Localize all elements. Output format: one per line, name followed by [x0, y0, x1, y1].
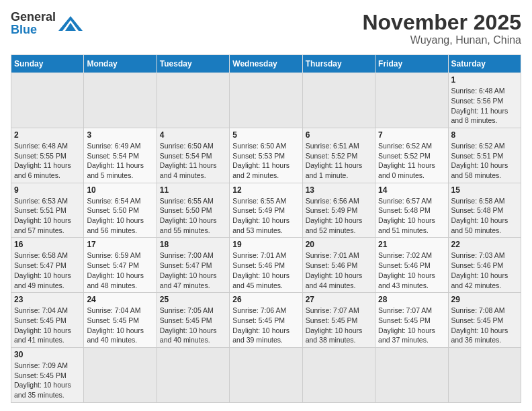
calendar-cell: 3Sunrise: 6:49 AM Sunset: 5:54 PM Daylig…	[84, 128, 157, 183]
logo: General Blue	[11, 11, 83, 36]
calendar-cell: 5Sunrise: 6:50 AM Sunset: 5:53 PM Daylig…	[230, 128, 302, 183]
calendar-header: SundayMondayTuesdayWednesdayThursdayFrid…	[11, 55, 521, 73]
day-info: Sunrise: 6:59 AM Sunset: 5:47 PM Dayligh…	[87, 250, 153, 290]
day-info: Sunrise: 6:52 AM Sunset: 5:52 PM Dayligh…	[378, 141, 445, 181]
weekday-header-friday: Friday	[375, 55, 448, 73]
calendar-week-1: 2Sunrise: 6:48 AM Sunset: 5:55 PM Daylig…	[11, 128, 521, 183]
day-number: 7	[378, 130, 445, 140]
day-number: 12	[232, 185, 299, 195]
day-number: 13	[306, 185, 372, 195]
calendar-cell: 14Sunrise: 6:57 AM Sunset: 5:48 PM Dayli…	[375, 183, 448, 238]
day-info: Sunrise: 6:58 AM Sunset: 5:48 PM Dayligh…	[451, 196, 518, 236]
calendar-cell	[302, 347, 375, 402]
day-number: 19	[232, 240, 299, 249]
weekday-header-thursday: Thursday	[302, 55, 375, 73]
day-info: Sunrise: 6:49 AM Sunset: 5:54 PM Dayligh…	[87, 141, 153, 181]
weekday-header-tuesday: Tuesday	[157, 55, 229, 73]
logo-general-text: General	[11, 10, 56, 24]
day-number: 27	[306, 295, 372, 304]
day-info: Sunrise: 7:04 AM Sunset: 5:45 PM Dayligh…	[87, 306, 153, 345]
day-number: 1	[451, 75, 518, 85]
calendar-cell: 19Sunrise: 7:01 AM Sunset: 5:46 PM Dayli…	[230, 238, 302, 293]
day-number: 2	[14, 130, 81, 140]
day-info: Sunrise: 7:08 AM Sunset: 5:45 PM Dayligh…	[451, 306, 518, 345]
day-info: Sunrise: 6:52 AM Sunset: 5:51 PM Dayligh…	[451, 141, 518, 181]
calendar-cell	[302, 73, 375, 128]
calendar-cell: 26Sunrise: 7:06 AM Sunset: 5:45 PM Dayli…	[230, 293, 302, 348]
calendar-cell: 23Sunrise: 7:04 AM Sunset: 5:45 PM Dayli…	[11, 293, 84, 348]
calendar-cell: 2Sunrise: 6:48 AM Sunset: 5:55 PM Daylig…	[11, 128, 84, 183]
calendar-cell	[375, 347, 448, 402]
day-number: 3	[87, 130, 153, 140]
day-number: 8	[451, 130, 518, 140]
calendar-cell: 22Sunrise: 7:03 AM Sunset: 5:46 PM Dayli…	[448, 238, 521, 293]
day-info: Sunrise: 7:09 AM Sunset: 5:45 PM Dayligh…	[14, 361, 81, 400]
calendar-cell: 24Sunrise: 7:04 AM Sunset: 5:45 PM Dayli…	[84, 293, 157, 348]
calendar-cell: 4Sunrise: 6:50 AM Sunset: 5:54 PM Daylig…	[157, 128, 229, 183]
month-title: November 2025	[362, 11, 521, 34]
calendar-cell: 30Sunrise: 7:09 AM Sunset: 5:45 PM Dayli…	[11, 347, 84, 402]
day-number: 24	[87, 295, 153, 304]
calendar-cell: 10Sunrise: 6:54 AM Sunset: 5:50 PM Dayli…	[84, 183, 157, 238]
day-info: Sunrise: 6:57 AM Sunset: 5:48 PM Dayligh…	[378, 196, 445, 236]
calendar-table: SundayMondayTuesdayWednesdayThursdayFrid…	[11, 54, 521, 403]
weekday-header-monday: Monday	[84, 55, 157, 73]
day-info: Sunrise: 6:56 AM Sunset: 5:49 PM Dayligh…	[306, 196, 372, 236]
calendar-cell	[230, 73, 302, 128]
calendar-cell	[375, 73, 448, 128]
calendar-cell: 1Sunrise: 6:48 AM Sunset: 5:56 PM Daylig…	[448, 73, 521, 128]
calendar-cell: 25Sunrise: 7:05 AM Sunset: 5:45 PM Dayli…	[157, 293, 229, 348]
weekday-header-sunday: Sunday	[11, 55, 84, 73]
day-info: Sunrise: 6:48 AM Sunset: 5:56 PM Dayligh…	[451, 86, 518, 126]
weekday-header-saturday: Saturday	[448, 55, 521, 73]
day-number: 5	[232, 130, 299, 140]
day-info: Sunrise: 6:54 AM Sunset: 5:50 PM Dayligh…	[87, 196, 153, 236]
calendar-cell: 28Sunrise: 7:07 AM Sunset: 5:45 PM Dayli…	[375, 293, 448, 348]
calendar-cell	[157, 347, 229, 402]
day-number: 15	[451, 185, 518, 195]
day-info: Sunrise: 6:58 AM Sunset: 5:47 PM Dayligh…	[14, 250, 81, 290]
day-info: Sunrise: 7:00 AM Sunset: 5:47 PM Dayligh…	[160, 250, 226, 290]
weekday-header-row: SundayMondayTuesdayWednesdayThursdayFrid…	[11, 55, 521, 73]
calendar-cell: 29Sunrise: 7:08 AM Sunset: 5:45 PM Dayli…	[448, 293, 521, 348]
day-info: Sunrise: 6:55 AM Sunset: 5:50 PM Dayligh…	[160, 196, 226, 236]
day-info: Sunrise: 6:53 AM Sunset: 5:51 PM Dayligh…	[14, 196, 81, 236]
title-block: November 2025 Wuyang, Hunan, China	[362, 11, 521, 46]
day-number: 16	[14, 240, 81, 249]
day-number: 26	[232, 295, 299, 304]
day-number: 28	[378, 295, 445, 304]
day-info: Sunrise: 6:48 AM Sunset: 5:55 PM Dayligh…	[14, 141, 81, 181]
calendar-cell: 15Sunrise: 6:58 AM Sunset: 5:48 PM Dayli…	[448, 183, 521, 238]
calendar-cell: 18Sunrise: 7:00 AM Sunset: 5:47 PM Dayli…	[157, 238, 229, 293]
day-info: Sunrise: 6:50 AM Sunset: 5:54 PM Dayligh…	[160, 141, 226, 181]
calendar-cell: 21Sunrise: 7:02 AM Sunset: 5:46 PM Dayli…	[375, 238, 448, 293]
calendar-cell: 11Sunrise: 6:55 AM Sunset: 5:50 PM Dayli…	[157, 183, 229, 238]
day-info: Sunrise: 7:07 AM Sunset: 5:45 PM Dayligh…	[306, 306, 372, 345]
day-number: 25	[160, 295, 226, 304]
day-number: 14	[378, 185, 445, 195]
calendar-cell: 27Sunrise: 7:07 AM Sunset: 5:45 PM Dayli…	[302, 293, 375, 348]
day-number: 11	[160, 185, 226, 195]
calendar-week-4: 23Sunrise: 7:04 AM Sunset: 5:45 PM Dayli…	[11, 293, 521, 348]
day-number: 29	[451, 295, 518, 304]
day-number: 22	[451, 240, 518, 249]
calendar-cell	[157, 73, 229, 128]
page-header: General Blue November 2025 Wuyang, Hunan…	[11, 11, 521, 46]
day-info: Sunrise: 7:05 AM Sunset: 5:45 PM Dayligh…	[160, 306, 226, 345]
calendar-cell: 13Sunrise: 6:56 AM Sunset: 5:49 PM Dayli…	[302, 183, 375, 238]
day-info: Sunrise: 7:01 AM Sunset: 5:46 PM Dayligh…	[306, 250, 372, 290]
day-info: Sunrise: 7:03 AM Sunset: 5:46 PM Dayligh…	[451, 250, 518, 290]
location-title: Wuyang, Hunan, China	[362, 34, 521, 46]
calendar-cell	[11, 73, 84, 128]
calendar-cell: 8Sunrise: 6:52 AM Sunset: 5:51 PM Daylig…	[448, 128, 521, 183]
calendar-cell	[230, 347, 302, 402]
logo-blue-text: Blue	[11, 23, 37, 36]
day-info: Sunrise: 7:07 AM Sunset: 5:45 PM Dayligh…	[378, 306, 445, 345]
weekday-header-wednesday: Wednesday	[230, 55, 302, 73]
day-info: Sunrise: 6:55 AM Sunset: 5:49 PM Dayligh…	[232, 196, 299, 236]
calendar-cell: 6Sunrise: 6:51 AM Sunset: 5:52 PM Daylig…	[302, 128, 375, 183]
calendar-body: 1Sunrise: 6:48 AM Sunset: 5:56 PM Daylig…	[11, 73, 521, 403]
calendar-cell	[448, 347, 521, 402]
day-info: Sunrise: 6:50 AM Sunset: 5:53 PM Dayligh…	[232, 141, 299, 181]
day-number: 23	[14, 295, 81, 304]
